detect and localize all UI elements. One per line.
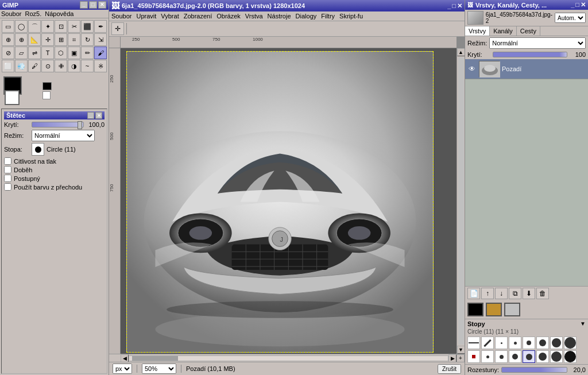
tool-color-picker[interactable]: ⊕: [2, 33, 14, 46]
tool-select-by-color[interactable]: ⊡: [55, 20, 67, 33]
layer-add-btn[interactable]: 📄: [467, 288, 480, 299]
brush-dot-7[interactable]: [550, 337, 563, 349]
hscroll-track[interactable]: [129, 355, 448, 361]
tool-zoom[interactable]: ⊕: [15, 33, 28, 46]
tool-move[interactable]: ✛: [41, 33, 54, 46]
menu-dialogy[interactable]: Dialogy: [296, 13, 317, 20]
tool-crop[interactable]: ⌗: [68, 33, 80, 46]
right-minimize-btn[interactable]: _: [571, 1, 574, 9]
brushes-options-btn[interactable]: ▼: [580, 320, 586, 327]
tab-kanaly[interactable]: Kanály: [490, 26, 517, 36]
toolbox-minimize-btn[interactable]: _: [80, 1, 88, 9]
background-color[interactable]: [5, 90, 20, 105]
brush-medium-1[interactable]: [536, 350, 549, 363]
scroll-down-btn[interactable]: ▼: [457, 346, 465, 354]
tool-eraser[interactable]: ⬜: [2, 60, 14, 72]
zoom-select[interactable]: 50% 25% 100%: [142, 364, 176, 374]
tool-blend[interactable]: ▣: [68, 47, 80, 59]
layer-row-pozadi[interactable]: 👁 Pozadí: [465, 59, 588, 79]
brush-panel-minimize[interactable]: _: [87, 112, 94, 119]
menu-vrstva[interactable]: Vrstva: [245, 13, 263, 20]
tool-clone[interactable]: ⊙: [41, 60, 54, 72]
menu-napoveda[interactable]: Nápověda: [45, 10, 74, 17]
tool-rect-select[interactable]: ▭: [2, 20, 14, 33]
brush-line-4[interactable]: [509, 337, 521, 349]
color-black[interactable]: [467, 303, 483, 316]
tool-flip[interactable]: ⇌: [28, 47, 41, 59]
scroll-up-btn[interactable]: ▲: [457, 48, 465, 56]
tool-ink[interactable]: 🖋: [28, 60, 41, 72]
tool-free-select[interactable]: ⌒: [28, 20, 41, 33]
kryt-slider[interactable]: [32, 122, 84, 127]
brush-line-2[interactable]: [481, 337, 494, 349]
menu-obrazek[interactable]: Obrázek: [216, 13, 241, 20]
tool-measure[interactable]: 📐: [28, 33, 41, 46]
vertical-scrollbar[interactable]: ▲ ▼: [457, 48, 465, 354]
vscroll-thumb[interactable]: [458, 57, 464, 345]
tool-shear[interactable]: ⊘: [2, 47, 14, 59]
tool-paintbrush[interactable]: 🖌: [94, 47, 107, 59]
menu-upravit[interactable]: Upravit: [136, 13, 156, 20]
tool-paths[interactable]: ✒: [94, 20, 107, 33]
layer-eye-icon[interactable]: 👁: [467, 64, 477, 74]
tool-smudge[interactable]: ~: [81, 60, 94, 72]
brush-xlarge-1[interactable]: [564, 350, 577, 363]
tool-bucket-fill[interactable]: ⬡: [55, 47, 67, 59]
tool-airbrush[interactable]: 💨: [15, 60, 28, 72]
layer-duplicate-btn[interactable]: ⧉: [509, 288, 521, 299]
layer-opacity-slider[interactable]: [493, 52, 567, 57]
dobeh-checkbox[interactable]: [4, 166, 11, 173]
brush-line-3[interactable]: [495, 337, 508, 349]
tool-perspective[interactable]: ▱: [15, 47, 28, 59]
tool-fuzzy-select[interactable]: ✦: [41, 20, 54, 33]
tool-fg-select[interactable]: ⬛: [81, 20, 94, 33]
tool-align[interactable]: ⊞: [55, 33, 67, 46]
tool-rotate[interactable]: ↻: [81, 33, 94, 46]
right-maximize-btn[interactable]: □: [575, 1, 579, 9]
layer-down-btn[interactable]: ↓: [495, 288, 508, 299]
swap-colors-icon[interactable]: ⇄: [42, 82, 52, 90]
brush-circle-11[interactable]: [523, 350, 535, 363]
brush-small-1[interactable]: [481, 350, 494, 363]
right-close-btn[interactable]: ✕: [581, 1, 586, 9]
scroll-right-btn[interactable]: ▶: [448, 354, 457, 362]
tool-pencil[interactable]: ✏: [81, 47, 94, 59]
menu-vybrat[interactable]: Vybrat: [161, 13, 179, 20]
unit-select[interactable]: px: [113, 364, 132, 374]
pouzit-checkbox[interactable]: [4, 183, 11, 191]
tool-ellipse-select[interactable]: ◯: [15, 20, 28, 33]
layer-merge-btn[interactable]: ⬇: [523, 288, 535, 299]
toolbox-close-btn[interactable]: ✕: [98, 1, 106, 9]
menu-soubor[interactable]: Soubor: [1, 10, 21, 17]
brush-dot-8[interactable]: [564, 337, 577, 349]
layer-up-btn[interactable]: ↑: [481, 288, 494, 299]
file-mode-select[interactable]: Autom.: [555, 13, 586, 23]
brush-large-1[interactable]: [550, 350, 563, 363]
menu-filtry[interactable]: Filtry: [321, 13, 335, 20]
brush-small-3[interactable]: [509, 350, 521, 363]
stopa-preview[interactable]: [32, 143, 44, 156]
tool-dodge-burn[interactable]: ◑: [68, 60, 80, 72]
tab-cesty[interactable]: Cesty: [517, 26, 540, 36]
menu-zobrazeni[interactable]: Zobrazení: [184, 13, 212, 20]
canvas-tool-crosshair[interactable]: ✛: [111, 22, 124, 35]
reset-colors-icon[interactable]: [42, 91, 51, 99]
color-gray[interactable]: [504, 303, 520, 316]
citlivost-checkbox[interactable]: [4, 157, 11, 165]
brush-dot-6[interactable]: [536, 337, 549, 349]
menu-rozs[interactable]: Roz5.: [25, 10, 41, 17]
menu-soubor[interactable]: Soubor: [111, 13, 131, 20]
color-orange[interactable]: [486, 303, 502, 316]
brush-dot-5[interactable]: [523, 337, 535, 349]
tool-scale[interactable]: ⇲: [94, 33, 107, 46]
tool-scissors[interactable]: ✂: [68, 20, 80, 33]
tool-text[interactable]: T: [41, 47, 54, 59]
hscroll-thumb[interactable]: [132, 356, 178, 361]
tool-convolve[interactable]: ※: [94, 60, 107, 72]
rezim-select[interactable]: Normální: [32, 130, 95, 141]
scroll-left-btn[interactable]: ◀: [121, 354, 129, 362]
tab-vrstvy[interactable]: Vrstvy: [465, 26, 490, 36]
tool-heal[interactable]: ✙: [55, 60, 67, 72]
main-minimize-btn[interactable]: _: [447, 2, 451, 10]
canvas-nav-btn[interactable]: +: [457, 354, 465, 362]
